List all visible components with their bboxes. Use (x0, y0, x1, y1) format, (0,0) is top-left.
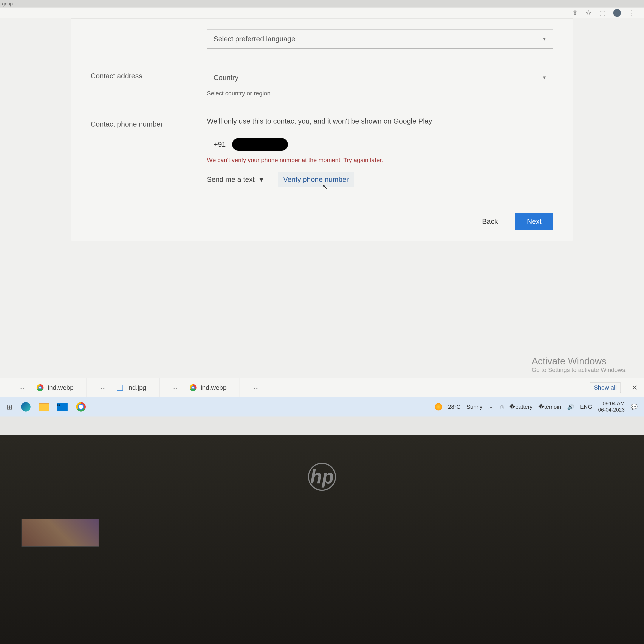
show-all-button[interactable]: Show all (590, 382, 621, 393)
file-explorer-icon[interactable] (39, 403, 49, 411)
task-view-icon[interactable]: ⊞ (6, 403, 12, 411)
share-icon[interactable]: ⇪ (572, 9, 578, 17)
volume-icon[interactable]: 🔊 (567, 404, 574, 410)
address-row: Contact address Country ▼ Select country… (91, 68, 553, 97)
verify-phone-button[interactable]: Verify phone number ↖ (278, 172, 354, 187)
windows-watermark: Activate Windows Go to Settings to activ… (532, 356, 627, 373)
next-button[interactable]: Next (515, 213, 553, 230)
phone-description: We'll only use this to contact you, and … (207, 116, 553, 126)
page-content: Select preferred language ▼ Contact addr… (0, 18, 644, 378)
weather-cond[interactable]: Sunny (467, 404, 483, 410)
camera-icon[interactable]: ⎙ (500, 404, 503, 410)
phone-value: +91 (214, 140, 226, 149)
signup-card: Select preferred language ▼ Contact addr… (71, 18, 573, 241)
country-helper: Select country or region (207, 90, 553, 97)
laptop-sticker (22, 519, 99, 547)
language-row: Select preferred language ▼ (91, 29, 553, 49)
button-row: Back Next (91, 213, 553, 230)
address-label: Contact address (91, 68, 207, 97)
tab-fragment: gnup (2, 1, 13, 6)
verify-label: Verify phone number (283, 175, 349, 183)
close-icon[interactable]: ✕ (632, 383, 638, 392)
send-method-dropdown[interactable]: Send me a text ▼ (207, 175, 265, 184)
hp-logo: hp (308, 463, 336, 491)
weather-icon (435, 403, 442, 410)
chrome-icon[interactable] (76, 402, 86, 412)
weather-temp[interactable]: 28°C (448, 404, 461, 410)
downloads-bar: ︿ ind.webp ︿ ind.jpg ︿ ind.webp ︿ Show a… (0, 378, 644, 397)
wifi-icon[interactable]: �témoin (539, 404, 561, 410)
battery-icon[interactable]: �battery (509, 404, 533, 410)
watermark-subtitle: Go to Settings to activate Windows. (532, 367, 627, 373)
date: 06-04-2023 (598, 407, 625, 413)
phone-input[interactable]: +91 (207, 135, 553, 154)
chevron-up-icon[interactable]: ︿ (172, 383, 185, 392)
chevron-up-icon: ︿ (253, 383, 266, 392)
star-icon[interactable]: ☆ (585, 9, 592, 17)
verify-row: Send me a text ▼ Verify phone number ↖ (207, 172, 553, 187)
laptop-bezel: hp (0, 435, 644, 644)
image-icon (117, 385, 123, 391)
edge-icon[interactable] (21, 402, 31, 412)
send-method-label: Send me a text (207, 175, 255, 184)
download-item[interactable]: ︿ ind.webp (6, 378, 87, 397)
taskbar-left: ⊞ ✉ (6, 402, 86, 412)
language-placeholder: Select preferred language (214, 35, 295, 43)
country-placeholder: Country (214, 74, 238, 82)
time: 09:04 AM (598, 401, 625, 407)
download-item[interactable]: ︿ ind.jpg (87, 378, 159, 397)
empty-label (91, 29, 207, 49)
caret-down-icon: ▼ (542, 75, 547, 81)
redacted-number (232, 138, 288, 151)
panel-icon[interactable]: ▢ (599, 9, 606, 17)
browser-tab-strip: gnup (0, 0, 644, 8)
download-filename: ind.webp (48, 384, 74, 391)
cursor-icon: ↖ (322, 183, 328, 191)
caret-down-icon: ▼ (258, 175, 265, 184)
chevron-up-icon[interactable]: ︿ (19, 383, 32, 392)
back-button[interactable]: Back (474, 213, 506, 230)
download-filename: ind.webp (201, 384, 227, 391)
watermark-title: Activate Windows (532, 356, 627, 367)
phone-error: We can't verify your phone number at the… (207, 157, 553, 164)
chevron-up-icon[interactable]: ︿ (488, 403, 494, 411)
phone-label: Contact phone number (91, 116, 207, 187)
chrome-icon (190, 384, 197, 391)
download-item[interactable]: ︿ ind.webp (159, 378, 240, 397)
download-filename: ind.jpg (127, 384, 146, 391)
mail-icon[interactable]: ✉ (57, 403, 68, 411)
phone-row: Contact phone number We'll only use this… (91, 116, 553, 187)
notifications-icon[interactable]: 💬 (631, 404, 638, 410)
profile-avatar[interactable] (613, 9, 621, 17)
chrome-icon (37, 384, 43, 391)
country-select[interactable]: Country ▼ (207, 68, 553, 87)
caret-down-icon: ▼ (542, 36, 547, 42)
taskbar: ⊞ ✉ 28°C Sunny ︿ ⎙ �battery �témoin 🔊 EN… (0, 397, 644, 416)
download-chevron[interactable]: ︿ (240, 378, 279, 397)
language-indicator[interactable]: ENG (580, 404, 592, 410)
clock[interactable]: 09:04 AM 06-04-2023 (598, 401, 625, 413)
language-select[interactable]: Select preferred language ▼ (207, 29, 553, 49)
taskbar-right: 28°C Sunny ︿ ⎙ �battery �témoin 🔊 ENG 09… (435, 401, 638, 413)
menu-icon[interactable]: ⋮ (629, 9, 635, 17)
chevron-up-icon[interactable]: ︿ (100, 383, 113, 392)
screen: gnup ⇪ ☆ ▢ ⋮ Select preferred language ▼… (0, 0, 644, 435)
browser-toolbar: ⇪ ☆ ▢ ⋮ (0, 8, 644, 18)
